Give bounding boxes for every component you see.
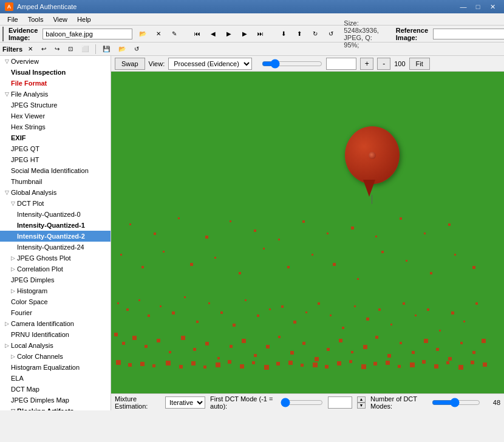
edit-evidence-button[interactable]: ✎ <box>169 28 180 40</box>
sidebar-item-camera-identification[interactable]: ▷ Camera Identification <box>0 318 111 329</box>
sidebar-item-dct-map[interactable]: DCT Map <box>0 384 111 395</box>
label-prnu: PRNU Identification <box>11 331 69 338</box>
sidebar-item-blocking-artifacts[interactable]: ▽ Blocking Artifacts <box>0 406 111 410</box>
zoom-input[interactable]: 16.70 <box>326 58 356 70</box>
sidebar-item-exif[interactable]: EXIF <box>0 132 111 143</box>
sidebar-item-overview[interactable]: ▽ Overview <box>0 56 111 67</box>
svg-rect-13 <box>269 308 271 310</box>
svg-rect-120 <box>446 361 449 364</box>
filter-copy-button[interactable]: ⊡ <box>65 43 76 55</box>
next-frame-button[interactable]: ▶ <box>239 28 250 40</box>
sidebar-item-correlation-plot[interactable]: ▷ Correlation Plot <box>0 264 111 274</box>
expand-global-analysis: ▽ <box>2 188 11 197</box>
sidebar-item-color-channels[interactable]: ▷ Color Channels <box>0 351 111 362</box>
sidebar-item-jpeg-ht[interactable]: JPEG HT <box>0 154 111 165</box>
sidebar-item-social-media[interactable]: Social Media Identification <box>0 165 111 176</box>
menu-view[interactable]: View <box>48 15 72 24</box>
close-evidence-button[interactable]: ✕ <box>153 28 164 40</box>
sidebar-item-jpeg-dimples[interactable]: JPEG Dimples <box>0 274 111 285</box>
sidebar-item-jpeg-ghosts-plot[interactable]: ▷ JPEG Ghosts Plot <box>0 253 111 264</box>
sidebar-item-intensity-q2[interactable]: Intensity-Quantized-2 <box>0 231 111 242</box>
sidebar-item-fourier[interactable]: Fourier <box>0 307 111 318</box>
sidebar-item-file-format[interactable]: File Format <box>0 78 111 89</box>
minimize-button[interactable]: — <box>457 2 470 12</box>
svg-rect-73 <box>254 354 257 357</box>
sidebar-item-jpeg-qt[interactable]: JPEG QT <box>0 143 111 154</box>
menu-file[interactable]: File <box>2 15 23 24</box>
svg-rect-24 <box>403 302 405 305</box>
svg-rect-29 <box>463 321 465 322</box>
sidebar-item-histogram[interactable]: ▷ Histogram <box>0 285 111 296</box>
sidebar-item-color-space[interactable]: Color Space <box>0 296 111 307</box>
svg-rect-47 <box>129 223 131 225</box>
svg-rect-58 <box>400 217 402 220</box>
sidebar-item-ela[interactable]: ELA <box>0 373 111 384</box>
sidebar-item-hex-viewer[interactable]: Hex Viewer <box>0 110 111 121</box>
swap-button[interactable]: Swap <box>115 58 145 70</box>
dct-spin-down[interactable]: ▼ <box>357 403 366 409</box>
filter-save-button[interactable]: 💾 <box>100 43 113 55</box>
close-button[interactable]: ✕ <box>486 2 499 12</box>
sidebar-item-hex-strings[interactable]: Hex Strings <box>0 121 111 132</box>
sidebar-item-visual-inspection[interactable]: Visual Inspection <box>0 67 111 78</box>
zoom-plus-button[interactable]: + <box>360 58 373 70</box>
sidebar-item-file-analysis[interactable]: ▽ File Analysis <box>0 89 111 100</box>
menu-help[interactable]: Help <box>72 15 96 24</box>
sidebar-item-dct-plot[interactable]: ▽ DCT Plot <box>0 198 111 209</box>
canvas-container[interactable] <box>111 72 504 393</box>
dct-slider[interactable] <box>281 398 323 407</box>
zoom-slider[interactable] <box>262 59 322 69</box>
last-frame-button[interactable]: ⏭ <box>255 28 266 40</box>
mixture-label: Mixture Estimation: <box>115 395 160 410</box>
label-intensity-q1: Intensity-Quantized-1 <box>17 222 85 229</box>
filter-add-button[interactable]: ✕ <box>25 43 36 55</box>
maximize-button[interactable]: □ <box>471 2 485 12</box>
sidebar-item-intensity-q0[interactable]: Intensity-Quantized-0 <box>0 209 111 220</box>
view-select[interactable]: Processed (Evidence) <box>168 58 252 70</box>
svg-rect-80 <box>339 339 342 342</box>
filter-undo-button[interactable]: ↩ <box>38 43 49 55</box>
refresh-button[interactable]: ↻ <box>310 28 321 40</box>
open-evidence-button[interactable]: 📂 <box>137 28 148 40</box>
expand-dct-plot: ▽ <box>9 199 17 208</box>
sidebar-item-local-analysis[interactable]: ▷ Local Analysis <box>0 340 111 351</box>
view-toolbar: Swap View: Processed (Evidence) 16.70 + … <box>111 56 504 72</box>
menubar: File Tools View Help <box>0 13 504 25</box>
sidebar-item-jpeg-structure[interactable]: JPEG Structure <box>0 100 111 110</box>
play-button[interactable]: ▶ <box>223 28 234 40</box>
sidebar-item-prnu[interactable]: PRNU Identification <box>0 329 111 340</box>
first-frame-button[interactable]: ⏮ <box>192 28 203 40</box>
svg-rect-70 <box>217 357 220 359</box>
sidebar-item-jpeg-dimples-map[interactable]: JPEG Dimples Map <box>0 395 111 406</box>
svg-rect-66 <box>169 351 171 353</box>
canvas-scrollable[interactable] <box>111 72 504 393</box>
filter-reset-button[interactable]: ↺ <box>131 43 142 55</box>
mixture-select[interactable]: Iterative EM <box>165 396 205 409</box>
prev-frame-button[interactable]: ◀ <box>208 28 219 40</box>
zoom-percent: 100 <box>394 60 405 67</box>
filter-open-button[interactable]: 📂 <box>115 43 129 55</box>
sidebar-item-intensity-q24[interactable]: Intensity-Quantized-24 <box>0 242 111 253</box>
fit-button[interactable]: Fit <box>409 58 430 70</box>
sidebar-item-intensity-q1[interactable]: Intensity-Quantized-1 <box>0 220 111 231</box>
svg-rect-100 <box>203 365 206 369</box>
filter-redo-button[interactable]: ↪ <box>52 43 63 55</box>
svg-rect-98 <box>179 365 183 369</box>
sidebar-item-thumbnail[interactable]: Thumbnail <box>0 176 111 187</box>
dct-input[interactable]: -1 <box>328 396 352 409</box>
import-button[interactable]: ⬇ <box>278 28 289 40</box>
menu-tools[interactable]: Tools <box>23 15 49 24</box>
expand-local-analysis: ▷ <box>2 341 11 350</box>
evidence-input[interactable] <box>43 29 132 39</box>
filter-paste-button[interactable]: ⬜ <box>78 43 92 55</box>
export-button[interactable]: ⬆ <box>294 28 305 40</box>
dct-spin-up[interactable]: ▲ <box>357 396 366 403</box>
sidebar-item-global-analysis[interactable]: ▽ Global Analysis <box>0 187 111 198</box>
svg-rect-61 <box>114 333 118 336</box>
reference-input[interactable] <box>433 29 504 39</box>
reload-button[interactable]: ↺ <box>325 28 336 40</box>
sidebar-item-histogram-eq[interactable]: Histogram Equalization <box>0 362 111 373</box>
modes-slider[interactable] <box>432 398 480 407</box>
zoom-minus-button[interactable]: - <box>377 58 390 70</box>
bottom-controls: Mixture Estimation: Iterative EM First D… <box>111 393 504 410</box>
